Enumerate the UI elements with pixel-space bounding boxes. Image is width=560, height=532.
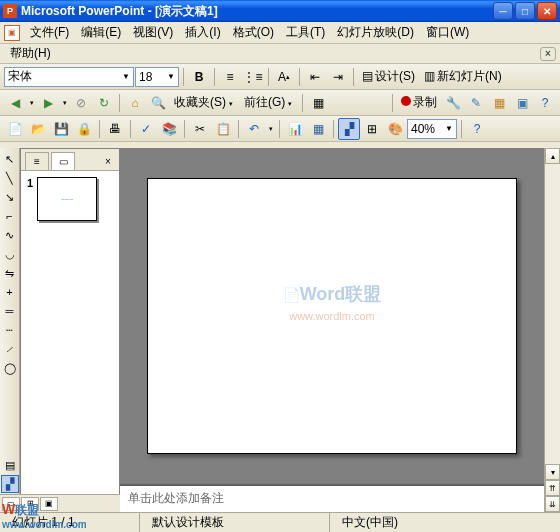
stop-button[interactable]: ⊘ bbox=[70, 92, 92, 114]
next-slide-button[interactable]: ⇊ bbox=[545, 496, 560, 512]
go-button[interactable]: 前往(G)▾ bbox=[240, 94, 298, 111]
slide-canvas[interactable]: 📄Word联盟 www.wordlm.com bbox=[120, 148, 544, 484]
menu-edit[interactable]: 编辑(E) bbox=[75, 22, 127, 43]
freeform-tool[interactable]: ⟋ bbox=[1, 340, 19, 358]
menu-slideshow[interactable]: 幻灯片放映(D) bbox=[331, 22, 420, 43]
close-button[interactable]: ✕ bbox=[537, 2, 557, 20]
bullet-list-button[interactable]: ⋮≡ bbox=[242, 66, 264, 88]
semicircle-tool[interactable]: ◡ bbox=[1, 245, 19, 263]
spellcheck-button[interactable]: ✓ bbox=[135, 118, 157, 140]
separator bbox=[279, 120, 280, 138]
undo-button[interactable]: ↶ bbox=[243, 118, 265, 140]
grid-button[interactable]: ⊞ bbox=[361, 118, 383, 140]
line-style-tool[interactable]: ═ bbox=[1, 302, 19, 320]
scroll-up-button[interactable]: ▴ bbox=[545, 148, 560, 164]
connector-tool[interactable]: ⌐ bbox=[1, 207, 19, 225]
menu-window[interactable]: 窗口(W) bbox=[420, 22, 475, 43]
menu-help[interactable]: 帮助(H) bbox=[4, 43, 57, 64]
font-size: 18 bbox=[139, 70, 152, 84]
slides-tab[interactable]: ▭ bbox=[51, 152, 75, 170]
select-tool[interactable]: ↖ bbox=[1, 150, 19, 168]
increase-indent-button[interactable]: ⇥ bbox=[327, 66, 349, 88]
text-format-tool[interactable]: ▞ bbox=[1, 475, 19, 493]
notes-pane[interactable]: 单击此处添加备注 bbox=[120, 484, 544, 512]
refresh-button[interactable]: ↻ bbox=[93, 92, 115, 114]
slide[interactable]: 📄Word联盟 www.wordlm.com bbox=[147, 178, 517, 454]
undo-dropdown[interactable]: ▾ bbox=[267, 125, 275, 133]
chart-button[interactable]: 📊 bbox=[284, 118, 306, 140]
menu-insert[interactable]: 插入(I) bbox=[179, 22, 226, 43]
minimize-button[interactable]: ─ bbox=[493, 2, 513, 20]
rec-tool-2[interactable]: ✎ bbox=[465, 92, 487, 114]
watermark: 📄Word联盟 www.wordlm.com bbox=[283, 282, 382, 322]
fontsize-dropdown[interactable]: 18▼ bbox=[135, 67, 179, 87]
back-button[interactable]: ◀ bbox=[4, 92, 26, 114]
curve-tool[interactable]: ∿ bbox=[1, 226, 19, 244]
newslide-icon: ▥ bbox=[424, 69, 435, 83]
outline-tabs: ≡ ▭ × bbox=[21, 149, 119, 171]
status-template: 默认设计模板 bbox=[140, 513, 330, 532]
rec-help-button[interactable]: ? bbox=[534, 92, 556, 114]
status-language[interactable]: 中文(中国) bbox=[330, 513, 560, 532]
separator bbox=[392, 94, 393, 112]
plus-tool[interactable]: + bbox=[1, 283, 19, 301]
drawing-menu[interactable]: ▤ bbox=[1, 456, 19, 474]
menu-format[interactable]: 格式(O) bbox=[227, 22, 280, 43]
back-dropdown[interactable]: ▾ bbox=[28, 99, 36, 107]
rec-tool-1[interactable]: 🔧 bbox=[442, 92, 464, 114]
scroll-down-button[interactable]: ▾ bbox=[545, 464, 560, 480]
rec-tool-3[interactable]: ▦ bbox=[488, 92, 510, 114]
design-button[interactable]: ▤设计(S) bbox=[358, 68, 419, 85]
outline-tab[interactable]: ≡ bbox=[25, 152, 49, 170]
open-button[interactable]: 📂 bbox=[27, 118, 49, 140]
flip-h-tool[interactable]: ⇋ bbox=[1, 264, 19, 282]
web-toolbar: ◀▾ ▶▾ ⊘ ↻ ⌂ 🔍 收藏夹(S)▾ 前往(G)▾ ▦ 录制 🔧 ✎ ▦ … bbox=[0, 90, 560, 116]
separator bbox=[214, 68, 215, 86]
separator bbox=[99, 120, 100, 138]
arrow-tool[interactable]: ↘ bbox=[1, 188, 19, 206]
formatting-toggle[interactable]: ▞ bbox=[338, 118, 360, 140]
research-button[interactable]: 📚 bbox=[158, 118, 180, 140]
formatting-toolbar: 宋体▼ 18▼ B ≡ ⋮≡ A▴ ⇤ ⇥ ▤设计(S) ▥新幻灯片(N) bbox=[0, 64, 560, 90]
menu-view[interactable]: 视图(V) bbox=[127, 22, 179, 43]
menu-tools[interactable]: 工具(T) bbox=[280, 22, 331, 43]
line-tool[interactable]: ╲ bbox=[1, 169, 19, 187]
help-button[interactable]: ? bbox=[466, 118, 488, 140]
print-button[interactable]: 🖶 bbox=[104, 118, 126, 140]
search-web-button[interactable]: 🔍 bbox=[147, 92, 169, 114]
menu-file[interactable]: 文件(F) bbox=[24, 22, 75, 43]
dash-style-tool[interactable]: ┄ bbox=[1, 321, 19, 339]
increase-font-button[interactable]: A▴ bbox=[273, 66, 295, 88]
new-button[interactable]: 📄 bbox=[4, 118, 26, 140]
vertical-scrollbar: ▴ ▾ ⇈ ⇊ bbox=[544, 148, 560, 512]
save-button[interactable]: 💾 bbox=[50, 118, 72, 140]
bold-button[interactable]: B bbox=[188, 66, 210, 88]
mdi-close-button[interactable]: × bbox=[540, 47, 556, 61]
menu-bar-2: 帮助(H) × bbox=[0, 44, 560, 64]
forward-button[interactable]: ▶ bbox=[37, 92, 59, 114]
show-only-web-button[interactable]: ▦ bbox=[307, 92, 329, 114]
rec-tool-4[interactable]: ▣ bbox=[511, 92, 533, 114]
doc-icon[interactable]: ▣ bbox=[4, 25, 20, 41]
home-button[interactable]: ⌂ bbox=[124, 92, 146, 114]
cut-button[interactable]: ✂ bbox=[189, 118, 211, 140]
decrease-indent-button[interactable]: ⇤ bbox=[304, 66, 326, 88]
slide-thumbnail-1[interactable]: 1 ~~~ bbox=[27, 177, 113, 221]
table-button[interactable]: ▦ bbox=[307, 118, 329, 140]
drawing-toolbar: ↖ ╲ ↘ ⌐ ∿ ◡ ⇋ + ═ ┄ ⟋ ◯ ▤ ▞ ◧ bbox=[0, 148, 20, 512]
maximize-button[interactable]: □ bbox=[515, 2, 535, 20]
numbered-list-button[interactable]: ≡ bbox=[219, 66, 241, 88]
prev-slide-button[interactable]: ⇈ bbox=[545, 480, 560, 496]
pane-close-button[interactable]: × bbox=[101, 156, 115, 170]
favorites-button[interactable]: 收藏夹(S)▾ bbox=[170, 94, 239, 111]
oval-tool[interactable]: ◯ bbox=[1, 359, 19, 377]
forward-dropdown[interactable]: ▾ bbox=[61, 99, 69, 107]
color-button[interactable]: 🎨 bbox=[384, 118, 406, 140]
paste-button[interactable]: 📋 bbox=[212, 118, 234, 140]
font-dropdown[interactable]: 宋体▼ bbox=[4, 67, 134, 87]
scroll-track[interactable] bbox=[545, 164, 560, 464]
zoom-dropdown[interactable]: 40%▼ bbox=[407, 119, 457, 139]
permission-button[interactable]: 🔒 bbox=[73, 118, 95, 140]
new-slide-button[interactable]: ▥新幻灯片(N) bbox=[420, 68, 506, 85]
record-button[interactable]: 录制 bbox=[397, 94, 441, 111]
